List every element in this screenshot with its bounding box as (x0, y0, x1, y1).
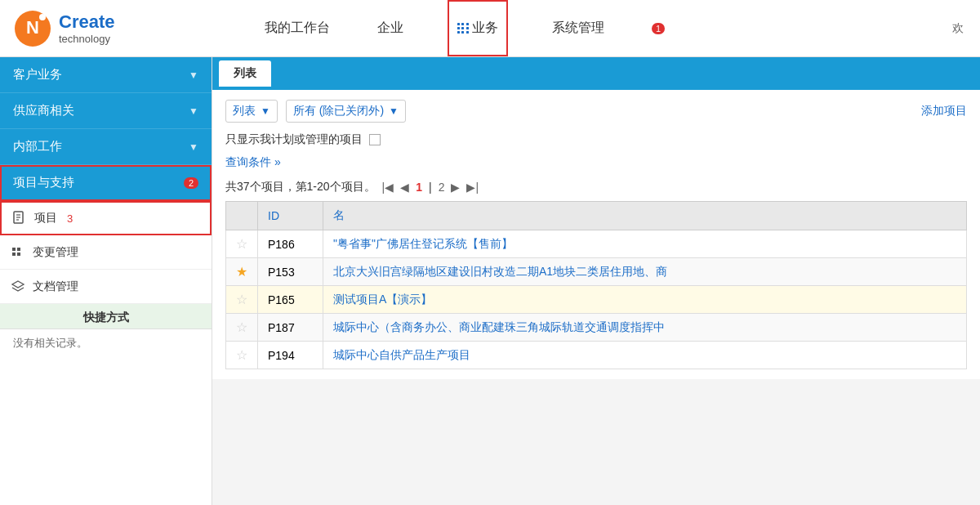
project-link[interactable]: 北京大兴旧宫绿隔地区建设旧村改造二期A1地块二类居住用地、商 (333, 265, 667, 278)
query-conditions-link[interactable]: 查询条件 » (225, 155, 281, 170)
chevron-down-icon: ▼ (261, 105, 270, 117)
layout: 客户业务 ▼ 供应商相关 ▼ 内部工作 ▼ 项目与支持 2 项目 3 变更管 (0, 57, 980, 505)
table-row: ☆P187城际中心（含商务办公、商业配建珠三角城际轨道交通调度指挥中 (226, 314, 967, 342)
name-cell: "粤省事"广佛居住登记系统【售前】 (323, 230, 967, 258)
table-row: ★P153北京大兴旧宫绿隔地区建设旧村改造二期A1地块二类居住用地、商 (226, 258, 967, 286)
sidebar-no-record: 没有相关记录。 (0, 329, 212, 357)
project-support-badge: 2 (184, 177, 198, 189)
tab-list[interactable]: 列表 (219, 60, 271, 87)
sidebar-item-internal[interactable]: 内部工作 ▼ (0, 129, 212, 165)
doc-icon (11, 210, 28, 226)
chevron-down-icon: ▼ (389, 105, 399, 117)
star-cell: ☆ (226, 230, 258, 258)
page-next-button[interactable]: ▶ (451, 181, 460, 194)
sidebar-item-project-support[interactable]: 项目与支持 2 (0, 165, 212, 201)
name-cell: 城际中心（含商务办公、商业配建珠三角城际轨道交通调度指挥中 (323, 314, 967, 342)
project-link[interactable]: 城际中心（含商务办公、商业配建珠三角城际轨道交通调度指挥中 (333, 320, 665, 333)
svg-text:N: N (26, 17, 39, 38)
table-row: ☆P194城际中心自供产品生产项目 (226, 342, 967, 369)
name-cell: 北京大兴旧宫绿隔地区建设旧村改造二期A1地块二类居住用地、商 (323, 258, 967, 286)
logo-create: Create (59, 11, 114, 33)
svg-rect-9 (12, 252, 16, 256)
toolbar: 列表 ▼ 所有 (除已关闭外) ▼ 添加项目 (225, 100, 967, 123)
id-cell: P186 (258, 230, 323, 258)
svg-marker-11 (12, 281, 24, 288)
sidebar-quick-label: 快捷方式 (0, 304, 212, 329)
grid-icon (457, 23, 469, 34)
logo-area: N Create technology (0, 9, 212, 48)
filter-row: 只显示我计划或管理的项目 (225, 132, 967, 147)
page-current: 1 (416, 181, 422, 194)
project-sub-badge: 3 (67, 212, 73, 225)
svg-rect-10 (17, 252, 20, 256)
main-content: 列表 列表 ▼ 所有 (除已关闭外) ▼ 添加项目 只显示我计划或管理的项目 (212, 57, 980, 505)
logo-icon: N (13, 9, 52, 48)
star-icon[interactable]: ★ (236, 265, 247, 279)
arrow-icon: ▼ (189, 69, 198, 81)
nav-badge: 1 (652, 23, 665, 34)
grid-list-icon (10, 244, 26, 261)
id-cell: P194 (258, 342, 323, 369)
col-name[interactable]: 名 (323, 202, 967, 230)
page-first-button[interactable]: |◀ (382, 181, 394, 194)
star-cell: ☆ (226, 314, 258, 342)
star-icon[interactable]: ☆ (236, 320, 247, 334)
star-icon[interactable]: ☆ (236, 237, 247, 251)
logo-technology: technology (59, 33, 114, 46)
star-icon[interactable]: ☆ (236, 348, 247, 362)
header-welcome: 欢 (952, 21, 980, 36)
name-cell: 测试项目A【演示】 (323, 286, 967, 314)
id-cell: P153 (258, 258, 323, 286)
filter-checkbox[interactable] (369, 134, 381, 145)
page-prev-button[interactable]: ◀ (400, 181, 409, 194)
star-icon[interactable]: ☆ (236, 293, 247, 306)
page-2-button[interactable]: 2 (439, 181, 445, 194)
content-body: 列表 ▼ 所有 (除已关闭外) ▼ 添加项目 只显示我计划或管理的项目 查询条件… (212, 90, 980, 379)
nav-workbench[interactable]: 我的工作台 (261, 0, 333, 56)
main-nav: 我的工作台 企业 业务 系统管理 1 (212, 0, 952, 56)
nav-admin[interactable]: 系统管理 (549, 0, 608, 56)
view-select[interactable]: 列表 ▼ (225, 100, 278, 123)
arrow-icon: ▼ (189, 141, 198, 153)
name-cell: 城际中心自供产品生产项目 (323, 342, 967, 369)
nav-business[interactable]: 业务 (448, 0, 508, 56)
content-tabs: 列表 (212, 57, 980, 90)
svg-point-2 (39, 14, 46, 20)
sidebar-sub-item-change[interactable]: 变更管理 (0, 235, 212, 270)
sidebar-item-customer[interactable]: 客户业务 ▼ (0, 57, 212, 93)
star-cell: ☆ (226, 342, 258, 369)
sidebar-sub-item-document[interactable]: 文档管理 (0, 270, 212, 304)
svg-rect-8 (17, 248, 20, 251)
layers-icon (10, 279, 26, 295)
col-id[interactable]: ID (258, 202, 323, 230)
id-cell: P187 (258, 314, 323, 342)
project-table: ID 名 ☆P186"粤省事"广佛居住登记系统【售前】★P153北京大兴旧宫绿隔… (225, 201, 967, 369)
svg-rect-7 (12, 248, 16, 251)
sidebar-sub-item-project[interactable]: 项目 3 (0, 201, 212, 235)
logo-text: Create technology (59, 11, 114, 46)
add-item-button[interactable]: 添加项目 (921, 104, 967, 118)
sidebar-item-supplier[interactable]: 供应商相关 ▼ (0, 93, 212, 129)
filter-select[interactable]: 所有 (除已关闭外) ▼ (286, 100, 406, 123)
id-cell: P165 (258, 286, 323, 314)
sidebar: 客户业务 ▼ 供应商相关 ▼ 内部工作 ▼ 项目与支持 2 项目 3 变更管 (0, 57, 212, 505)
project-link[interactable]: "粤省事"广佛居住登记系统【售前】 (333, 237, 513, 250)
page-last-button[interactable]: ▶| (466, 181, 479, 194)
nav-enterprise[interactable]: 企业 (374, 0, 407, 56)
arrow-icon: ▼ (189, 105, 198, 117)
star-cell: ☆ (226, 286, 258, 314)
pagination-info: 共37个项目，第1-20个项目。 |◀ ◀ 1 | 2 ▶ ▶| (225, 180, 967, 194)
header: N Create technology 我的工作台 企业 业务 系统管理 1 欢 (0, 0, 980, 57)
col-star (226, 202, 258, 230)
project-link[interactable]: 测试项目A【演示】 (333, 293, 432, 306)
table-row: ☆P186"粤省事"广佛居住登记系统【售前】 (226, 230, 967, 258)
project-link[interactable]: 城际中心自供产品生产项目 (333, 348, 470, 361)
table-row: ☆P165测试项目A【演示】 (226, 286, 967, 314)
star-cell: ★ (226, 258, 258, 286)
